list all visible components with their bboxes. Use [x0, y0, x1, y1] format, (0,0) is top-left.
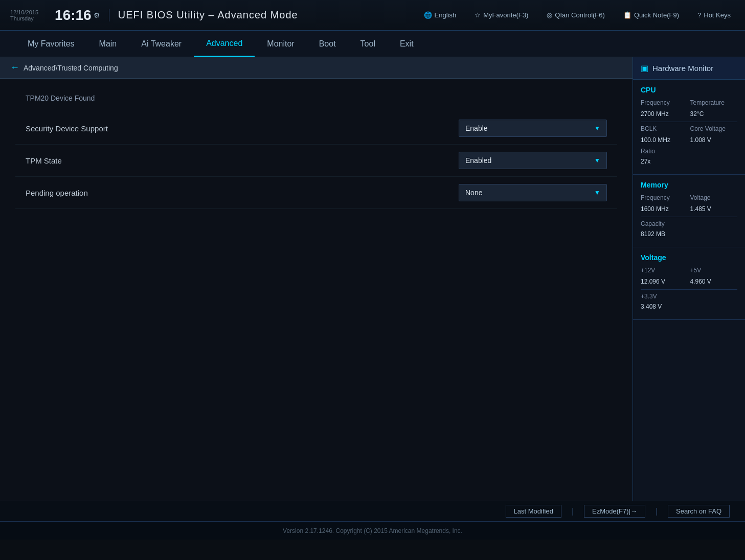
security-device-value: Enable: [465, 124, 488, 132]
hw-mem-divider: [641, 217, 737, 217]
header-tools: 🌐 English ☆ MyFavorite(F3) ◎ Qfan Contro…: [420, 9, 735, 21]
nav-advanced[interactable]: Advanced: [194, 31, 255, 57]
pending-op-label: Pending operation: [26, 189, 459, 197]
hw-cpu-section: CPU Frequency Temperature 2700 MHz 32°C …: [633, 80, 745, 175]
hw-memory-title: Memory: [641, 181, 737, 189]
tool-myfavorite[interactable]: ☆ MyFavorite(F3): [470, 9, 532, 21]
dropdown-arrow-tpm: ▼: [594, 157, 600, 164]
hw-ratio-label-row: Ratio: [641, 148, 737, 155]
nav-main[interactable]: Main: [87, 31, 129, 57]
day-label: Thursday: [10, 15, 38, 21]
hw-mem-freq-volt-labels: Frequency Voltage: [641, 194, 737, 201]
dropdown-arrow-security: ▼: [594, 125, 600, 132]
tool-language[interactable]: 🌐 English: [420, 9, 461, 21]
tpm-state-dropdown[interactable]: Enabled ▼: [459, 152, 607, 169]
fan-icon: ◎: [547, 11, 552, 19]
hw-cpu-freq-value: 2700 MHz: [641, 110, 688, 118]
setting-row-security-device: Security Device Support Enable ▼: [15, 112, 617, 145]
hw-5v-label: +5V: [690, 267, 738, 274]
hw-panel-title-text: Hardware Monitor: [652, 64, 713, 73]
settings-gear-icon[interactable]: ⚙: [94, 11, 100, 19]
hw-cpu-freq-label: Frequency: [641, 99, 688, 106]
pending-op-value: None: [465, 189, 482, 197]
hw-core-voltage-value: 1.008 V: [690, 136, 738, 144]
header: 12/10/2015 Thursday 16:16 ⚙ UEFI BIOS Ut…: [0, 0, 745, 31]
hw-memory-section: Memory Frequency Voltage 1600 MHz 1.485 …: [633, 175, 745, 247]
tool-qfan[interactable]: ◎ Qfan Control(F6): [543, 9, 609, 21]
breadcrumb: ← Advanced\Trusted Computing: [0, 57, 633, 79]
hw-mem-freq-value: 1600 MHz: [641, 205, 688, 213]
hardware-monitor-panel: ▣ Hardware Monitor CPU Frequency Tempera…: [633, 57, 745, 501]
hw-12v-value: 12.096 V: [641, 278, 688, 285]
tool-quicknote[interactable]: 📋 Quick Note(F9): [619, 9, 683, 21]
security-device-dropdown[interactable]: Enable ▼: [459, 120, 607, 137]
hw-mem-freq-label: Frequency: [641, 194, 688, 201]
nav-tool[interactable]: Tool: [348, 31, 388, 57]
qfan-label: Qfan Control(F6): [555, 11, 605, 19]
note-icon: 📋: [623, 11, 631, 19]
clock-display: 16:16: [55, 7, 92, 24]
hw-voltage-section: Voltage +12V +5V 12.096 V 4.960 V +3.3V …: [633, 247, 745, 320]
hw-cpu-bclk-cv-labels: BCLK Core Voltage: [641, 125, 737, 132]
hw-33v-value: 3.408 V: [641, 303, 662, 310]
setting-row-tpm-state: TPM State Enabled ▼: [15, 145, 617, 177]
hw-voltage-title: Voltage: [641, 253, 737, 262]
tool-hotkeys[interactable]: ? Hot Keys: [693, 9, 735, 21]
nav-my-favorites[interactable]: My Favorites: [15, 31, 87, 57]
hw-bclk-label: BCLK: [641, 125, 688, 132]
nav-exit[interactable]: Exit: [388, 31, 426, 57]
hw-capacity-label: Capacity: [641, 220, 665, 227]
bottom-sep-1: |: [572, 507, 574, 516]
hw-capacity-value-row: 8192 MB: [641, 230, 737, 238]
hw-cpu-temp-value: 32°C: [690, 110, 738, 118]
hw-bclk-value: 100.0 MHz: [641, 136, 688, 144]
nav-ai-tweaker[interactable]: Ai Tweaker: [129, 31, 194, 57]
ezmode-btn[interactable]: EzMode(F7)|→: [584, 505, 645, 518]
hw-12v-5v-values: 12.096 V 4.960 V: [641, 278, 737, 285]
security-device-label: Security Device Support: [26, 124, 459, 133]
monitor-icon: ▣: [641, 63, 648, 73]
setting-row-pending-op: Pending operation None ▼: [15, 177, 617, 209]
globe-icon: 🌐: [424, 11, 432, 19]
back-arrow-icon[interactable]: ←: [10, 62, 19, 73]
nav-boot[interactable]: Boot: [307, 31, 348, 57]
datetime: 12/10/2015 Thursday: [10, 9, 38, 21]
language-label: English: [435, 11, 457, 19]
help-icon: ?: [697, 11, 701, 19]
hw-mem-volt-value: 1.485 V: [690, 205, 738, 213]
hw-capacity-value: 8192 MB: [641, 230, 665, 238]
bottom-bar: Last Modified | EzMode(F7)|→ | Search on…: [0, 501, 745, 521]
hw-ratio-label: Ratio: [641, 148, 655, 155]
settings-area: TPM20 Device Found Security Device Suppo…: [0, 79, 633, 219]
hw-ratio-value: 27x: [641, 158, 650, 165]
hw-33v-label: +3.3V: [641, 293, 657, 300]
star-icon: ☆: [475, 11, 481, 19]
hw-33v-label-row: +3.3V: [641, 293, 737, 300]
device-found-notice: TPM20 Device Found: [15, 89, 617, 112]
hw-mem-volt-label: Voltage: [690, 194, 738, 201]
breadcrumb-path: Advanced\Trusted Computing: [24, 64, 118, 72]
dropdown-arrow-pending: ▼: [594, 189, 600, 196]
hw-cpu-bclk-cv-values: 100.0 MHz 1.008 V: [641, 136, 737, 144]
hw-cpu-freq-temp-values: 2700 MHz 32°C: [641, 110, 737, 118]
navbar: My Favorites Main Ai Tweaker Advanced Mo…: [0, 31, 745, 57]
hw-cpu-freq-temp-labels: Frequency Temperature: [641, 99, 737, 106]
date-label: 12/10/2015: [10, 9, 38, 15]
hw-cpu-title: CPU: [641, 86, 737, 94]
tpm-state-value: Enabled: [465, 156, 491, 165]
header-divider-1: [109, 9, 109, 21]
quicknote-label: Quick Note(F9): [634, 11, 679, 19]
footer: Version 2.17.1246. Copyright (C) 2015 Am…: [0, 521, 745, 540]
bottom-sep-2: |: [656, 507, 658, 516]
content-panel: ← Advanced\Trusted Computing TPM20 Devic…: [0, 57, 633, 501]
pending-op-dropdown[interactable]: None ▼: [459, 184, 607, 201]
hw-cpu-temp-label: Temperature: [690, 99, 738, 106]
search-faq-btn[interactable]: Search on FAQ: [668, 505, 730, 518]
main-layout: ← Advanced\Trusted Computing TPM20 Devic…: [0, 57, 745, 501]
footer-text: Version 2.17.1246. Copyright (C) 2015 Am…: [283, 527, 462, 534]
hw-12v-5v-labels: +12V +5V: [641, 267, 737, 274]
last-modified-btn[interactable]: Last Modified: [506, 505, 561, 518]
hw-volt-divider: [641, 289, 737, 290]
nav-monitor[interactable]: Monitor: [255, 31, 306, 57]
hw-panel-title: ▣ Hardware Monitor: [633, 57, 745, 80]
